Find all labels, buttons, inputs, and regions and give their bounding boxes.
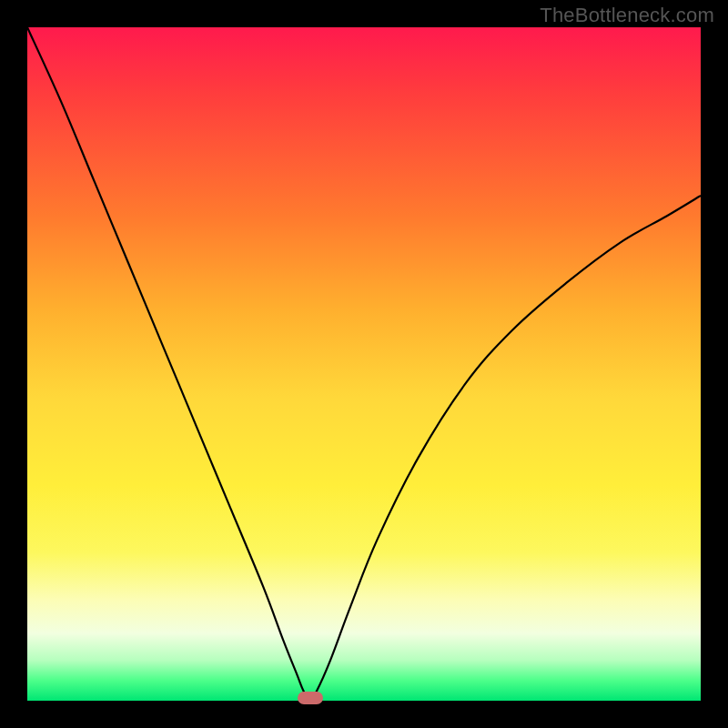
bottleneck-curve: [27, 27, 701, 701]
minimum-marker: [298, 692, 323, 704]
chart-frame: TheBottleneck.com: [0, 0, 728, 728]
plot-area: [27, 27, 701, 701]
watermark-text: TheBottleneck.com: [540, 4, 714, 27]
